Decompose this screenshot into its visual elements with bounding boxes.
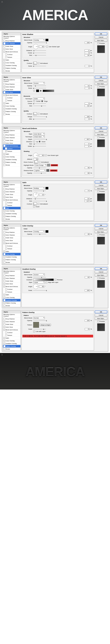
value-input[interactable]: 45	[85, 167, 90, 169]
style-row-inner_glow[interactable]: Inner Glow	[3, 282, 21, 285]
dropdown[interactable]: Normal	[33, 317, 45, 319]
preview-check[interactable]: Preview	[95, 277, 107, 279]
cancel-button[interactable]: Cancel	[95, 184, 107, 187]
style-row-gradient_overlay[interactable]: Gradient Overlay	[3, 212, 21, 215]
value-input[interactable]: 62	[85, 105, 90, 107]
style-row-contour[interactable]: Contour	[3, 245, 21, 247]
blending-options-row[interactable]: Blending Options: Custom	[3, 270, 21, 274]
style-row-inner_shadow[interactable]: Inner Shadow	[3, 320, 21, 323]
slider[interactable]	[33, 116, 84, 117]
color-swatch[interactable]	[47, 164, 50, 166]
checkbox-icon[interactable]	[97, 277, 99, 279]
style-row-color_overlay[interactable]: Color Overlay	[3, 296, 21, 299]
new-style-button[interactable]: New Style...	[95, 82, 107, 85]
preview-check[interactable]: Preview	[95, 320, 107, 322]
style-row-contour[interactable]: Contour	[3, 201, 21, 204]
style-row-inner_glow[interactable]: Inner Glow	[3, 196, 21, 198]
style-row-satin[interactable]: Satin	[3, 294, 21, 296]
style-row-gradient_overlay[interactable]: Gradient Overlay	[3, 342, 21, 345]
checkbox-icon[interactable]	[4, 142, 5, 144]
checkbox-icon[interactable]	[4, 40, 5, 42]
color-swatch[interactable]	[45, 230, 48, 233]
style-row-texture[interactable]: Texture	[3, 247, 21, 250]
checkbox-icon[interactable]	[4, 253, 5, 255]
checkbox-icon[interactable]	[4, 164, 5, 166]
checkbox-icon[interactable]	[4, 62, 5, 64]
checkbox-icon[interactable]	[4, 153, 5, 155]
preview-check[interactable]: Preview	[95, 190, 107, 192]
color-swatch[interactable]	[46, 169, 49, 172]
style-row-drop_shadow[interactable]: Drop Shadow	[3, 40, 21, 42]
checkbox-icon[interactable]	[4, 262, 5, 263]
value-input[interactable]: 18	[85, 54, 90, 56]
new-style-button[interactable]: New Style...	[95, 187, 107, 190]
dropdown[interactable]: Lighten	[34, 169, 46, 172]
checkbox-icon[interactable]	[4, 45, 5, 47]
style-row-outer_glow[interactable]: Outer Glow	[3, 323, 21, 326]
value-input[interactable]: 14	[85, 85, 90, 87]
dropdown[interactable]: Multiply	[33, 187, 45, 190]
style-row-outer_glow[interactable]: Outer Glow	[3, 236, 21, 239]
value-input[interactable]: 2	[85, 50, 90, 52]
dropdown[interactable]: Color Dodge	[35, 164, 46, 166]
value-input[interactable]: 0	[85, 65, 90, 67]
style-row-inner_glow[interactable]: Inner Glow	[3, 142, 21, 144]
style-row-inner_glow[interactable]: Inner Glow	[3, 326, 21, 328]
slider[interactable]	[33, 168, 84, 168]
radio-button[interactable]	[39, 141, 40, 142]
blending-options-row[interactable]: Blending Options: Custom	[3, 184, 21, 188]
cancel-button[interactable]: Cancel	[95, 79, 107, 82]
checkbox-icon[interactable]	[4, 340, 5, 342]
checkbox-icon[interactable]	[4, 259, 5, 260]
slider[interactable]	[33, 234, 84, 234]
style-row-color_overlay[interactable]: Color Overlay	[3, 210, 21, 212]
value-input[interactable]: 0	[85, 145, 90, 147]
style-row-inner_shadow[interactable]: Inner Shadow	[3, 277, 21, 280]
checkbox-icon[interactable]	[5, 150, 7, 152]
style-row-pattern_overlay[interactable]: Pattern Overlay	[3, 110, 21, 113]
checkbox-icon[interactable]	[4, 280, 5, 282]
checkbox-icon[interactable]	[5, 100, 7, 102]
checkbox-icon[interactable]	[4, 199, 5, 201]
value-input[interactable]: 100	[85, 116, 90, 118]
checkbox-icon[interactable]	[4, 94, 5, 96]
style-row-stroke[interactable]: Stroke	[3, 218, 21, 220]
checkbox-icon[interactable]	[4, 83, 5, 85]
value-input[interactable]: 100	[85, 290, 90, 292]
checkbox-icon[interactable]	[97, 42, 99, 44]
style-row-pattern_overlay[interactable]: Pattern Overlay	[3, 215, 21, 218]
checkbox-icon[interactable]	[4, 207, 5, 209]
preview-check[interactable]: Preview	[95, 136, 107, 138]
checkbox-icon[interactable]	[5, 245, 7, 247]
style-row-inner_shadow[interactable]: Inner Shadow	[3, 234, 21, 236]
checkbox-icon[interactable]	[4, 86, 5, 88]
checkbox-icon[interactable]	[4, 158, 5, 160]
angle-dial[interactable]	[33, 192, 38, 197]
slider[interactable]	[33, 66, 84, 66]
checkbox-icon[interactable]	[38, 161, 40, 163]
style-row-color_overlay[interactable]: Color Overlay	[3, 253, 21, 256]
checkbox-icon[interactable]	[97, 136, 99, 138]
checkbox-icon[interactable]	[4, 240, 5, 241]
checkbox-icon[interactable]	[4, 216, 5, 217]
checkbox-icon[interactable]	[4, 329, 5, 331]
ok-button[interactable]: OK	[95, 126, 107, 129]
checkbox-icon[interactable]	[4, 191, 5, 192]
style-row-contour[interactable]: Contour	[3, 288, 21, 291]
checkbox-icon[interactable]	[4, 318, 5, 320]
checkbox-icon[interactable]	[4, 156, 5, 158]
slider[interactable]	[33, 201, 84, 201]
style-row-inner_shadow[interactable]: Inner Shadow	[3, 42, 21, 45]
style-row-pattern_overlay[interactable]: Pattern Overlay	[3, 258, 21, 261]
checkbox-icon[interactable]	[4, 145, 5, 147]
color-swatch[interactable]	[45, 39, 48, 41]
checkbox-icon[interactable]	[4, 188, 5, 190]
checkbox-icon[interactable]	[4, 108, 5, 110]
style-row-satin[interactable]: Satin	[3, 207, 21, 210]
style-row-satin[interactable]: Satin	[3, 59, 21, 62]
radio-button[interactable]	[40, 90, 42, 92]
slider[interactable]	[33, 106, 84, 106]
checkbox-icon[interactable]	[5, 334, 7, 336]
style-row-pattern_overlay[interactable]: Pattern Overlay	[3, 345, 21, 348]
checkbox-icon[interactable]	[97, 320, 99, 322]
